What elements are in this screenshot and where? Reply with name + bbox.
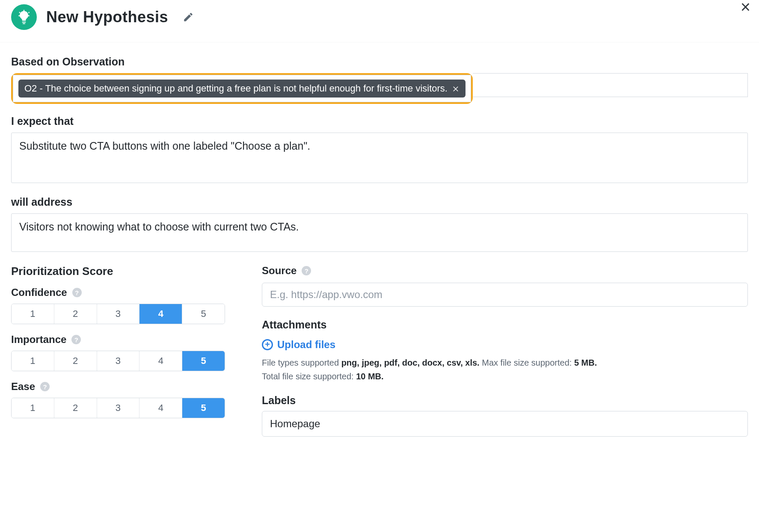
ease-score-5[interactable]: 5 xyxy=(182,398,225,418)
confidence-score-5[interactable]: 5 xyxy=(182,304,225,324)
confidence-score-1[interactable]: 1 xyxy=(12,304,54,324)
importance-score-5[interactable]: 5 xyxy=(182,351,225,371)
attachments-help: File types supported png, jpeg, pdf, doc… xyxy=(262,356,748,383)
confidence-score-2[interactable]: 2 xyxy=(54,304,97,324)
observation-label: Based on Observation xyxy=(11,56,748,68)
expect-textarea[interactable] xyxy=(11,133,748,183)
expect-label: I expect that xyxy=(11,115,748,127)
importance-score-2[interactable]: 2 xyxy=(54,351,97,371)
importance-help-icon[interactable]: ? xyxy=(71,335,81,344)
header-separator xyxy=(0,42,759,43)
observation-chip-text: O2 - The choice between signing up and g… xyxy=(24,83,448,94)
address-field: will address xyxy=(11,196,748,254)
importance-score-3[interactable]: 3 xyxy=(97,351,140,371)
pencil-icon xyxy=(183,12,194,23)
confidence-label: Confidence xyxy=(11,287,67,299)
ease-score-1[interactable]: 1 xyxy=(12,398,54,418)
observation-input[interactable]: O2 - The choice between signing up and g… xyxy=(13,75,471,102)
attachments-label: Attachments xyxy=(262,319,748,331)
close-icon[interactable]: × xyxy=(741,0,750,15)
upload-files-button[interactable]: Upload files xyxy=(262,339,335,351)
observation-highlight: O2 - The choice between signing up and g… xyxy=(11,73,473,104)
expect-field: I expect that xyxy=(11,115,748,185)
importance-score: 12345 xyxy=(11,351,225,371)
ease-score: 12345 xyxy=(11,398,225,418)
observation-input-remainder[interactable] xyxy=(473,73,748,97)
hypothesis-bulb-icon xyxy=(11,4,37,30)
address-textarea[interactable] xyxy=(11,213,748,252)
importance-label: Importance xyxy=(11,334,66,346)
ease-help-icon[interactable]: ? xyxy=(40,382,50,391)
plus-circle-icon xyxy=(262,339,273,350)
address-label: will address xyxy=(11,196,748,208)
confidence-score: 12345 xyxy=(11,304,225,324)
confidence-help-icon[interactable]: ? xyxy=(72,288,82,297)
source-input[interactable] xyxy=(262,283,748,307)
ease-score-4[interactable]: 4 xyxy=(139,398,182,418)
observation-field: Based on Observation O2 - The choice bet… xyxy=(11,56,748,104)
page-title: New Hypothesis xyxy=(46,8,168,26)
labels-label: Labels xyxy=(262,394,748,407)
confidence-score-3[interactable]: 3 xyxy=(97,304,140,324)
prioritization-title: Prioritization Score xyxy=(11,265,236,278)
ease-score-3[interactable]: 3 xyxy=(97,398,140,418)
ease-score-2[interactable]: 2 xyxy=(54,398,97,418)
importance-score-4[interactable]: 4 xyxy=(139,351,182,371)
importance-score-1[interactable]: 1 xyxy=(12,351,54,371)
edit-title-button[interactable] xyxy=(183,12,194,23)
source-label: Source xyxy=(262,265,296,277)
close-icon xyxy=(452,85,460,92)
source-help-icon[interactable]: ? xyxy=(302,266,311,275)
upload-files-text: Upload files xyxy=(277,339,335,351)
confidence-score-4[interactable]: 4 xyxy=(139,304,182,324)
observation-chip-remove[interactable] xyxy=(452,85,460,92)
labels-input[interactable] xyxy=(262,411,748,437)
ease-label: Ease xyxy=(11,381,35,393)
header: New Hypothesis xyxy=(0,0,759,42)
observation-chip: O2 - The choice between signing up and g… xyxy=(18,80,465,98)
